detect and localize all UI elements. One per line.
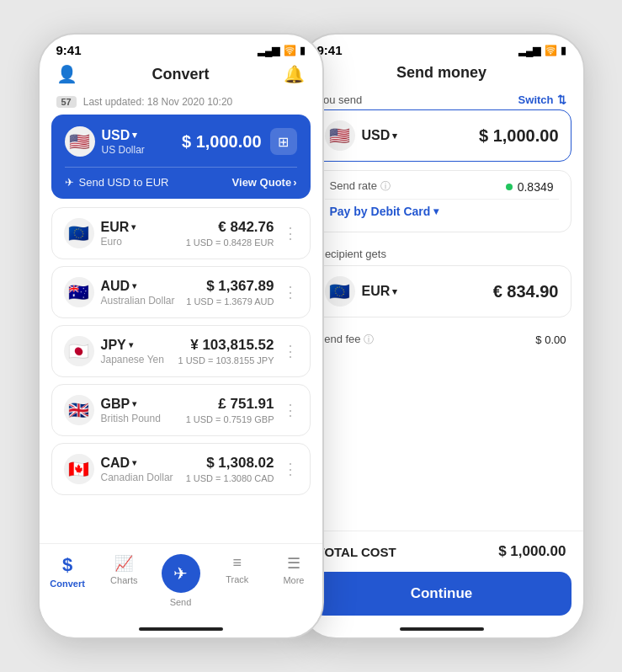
send-label[interactable]: ✈ Send USD to EUR bbox=[65, 176, 169, 189]
info-icon-fee: ⓘ bbox=[364, 333, 374, 345]
flag-usd-selected: 🇺🇸 bbox=[65, 126, 95, 157]
charts-nav-icon: 📈 bbox=[114, 554, 133, 573]
view-quote-button[interactable]: View Quote › bbox=[232, 176, 297, 189]
flag-eur-recipient: 🇪🇺 bbox=[325, 276, 355, 307]
list-item[interactable]: 🇨🇦 CAD ▾ Canadian Dollar $ 1,308.02 1 US… bbox=[51, 443, 311, 495]
nav-item-more[interactable]: ☰ More bbox=[265, 551, 322, 611]
status-icons-right: ▂▄▆ 🛜 ▮ bbox=[518, 45, 566, 56]
send-rate-row: Send rate ⓘ 0.8349 bbox=[313, 174, 571, 199]
code-jpy: JPY ▾ bbox=[101, 338, 164, 353]
you-send-label: You send bbox=[317, 93, 363, 106]
info-icon-rate: ⓘ bbox=[380, 180, 391, 192]
header-right: Send money bbox=[300, 61, 583, 90]
flag-eur: 🇪🇺 bbox=[64, 218, 94, 248]
total-cost-value: $ 1,000.00 bbox=[498, 543, 566, 560]
status-bar-left: 9:41 ▂▄▆ 🛜 ▮ bbox=[40, 35, 322, 61]
send-fee-value: $ 0.00 bbox=[535, 333, 566, 346]
track-nav-icon: ≡ bbox=[232, 554, 242, 572]
name-aud: Australian Dollar bbox=[101, 295, 175, 307]
wifi-icon-right: 🛜 bbox=[545, 45, 557, 56]
pay-by-label: Pay by Debit Card bbox=[330, 205, 431, 218]
rate-gbp: 1 USD = 0.7519 GBP bbox=[186, 414, 274, 424]
currency-name-selected: US Dollar bbox=[102, 144, 145, 156]
more-icon-eur[interactable]: ⋮ bbox=[283, 224, 298, 243]
page-title-left: Convert bbox=[152, 66, 209, 83]
name-eur: Euro bbox=[101, 236, 136, 248]
more-icon-cad[interactable]: ⋮ bbox=[283, 460, 298, 478]
list-item[interactable]: 🇬🇧 GBP ▾ British Pound £ 751.91 1 USD = … bbox=[51, 384, 311, 436]
send-nav-button[interactable]: ✈ bbox=[162, 554, 200, 593]
name-cad: Canadian Dollar bbox=[101, 472, 173, 483]
nav-label-charts: Charts bbox=[110, 575, 137, 585]
status-bar-right: 9:41 ▂▄▆ 🛜 ▮ bbox=[300, 35, 583, 61]
more-icon-gbp[interactable]: ⋮ bbox=[283, 401, 298, 419]
flag-usd-send: 🇺🇸 bbox=[325, 120, 355, 151]
send-plane-icon: ✈ bbox=[173, 563, 188, 584]
battery-icon: ▮ bbox=[300, 45, 306, 56]
home-indicator-left bbox=[139, 627, 223, 631]
nav-item-send[interactable]: ✈ Send bbox=[152, 551, 209, 611]
switch-arrows-icon: ⇅ bbox=[557, 93, 566, 106]
recipient-gets-label: Recipient gets bbox=[300, 241, 583, 265]
nav-item-convert[interactable]: $ Convert bbox=[40, 551, 96, 611]
send-rate-label: Send rate ⓘ bbox=[330, 179, 391, 194]
more-icon-aud[interactable]: ⋮ bbox=[283, 283, 298, 301]
wifi-icon: 🛜 bbox=[284, 45, 296, 56]
send-currency-code: USD ▾ bbox=[362, 128, 398, 143]
amount-jpy: ¥ 103,815.52 bbox=[178, 337, 274, 354]
more-nav-icon: ☰ bbox=[287, 554, 300, 573]
nav-label-convert: Convert bbox=[50, 579, 85, 589]
rate-cad: 1 USD = 1.3080 CAD bbox=[186, 473, 274, 483]
amount-eur: € 842.76 bbox=[186, 219, 274, 236]
recipient-currency-code: EUR ▾ bbox=[362, 284, 398, 299]
flag-aud: 🇦🇺 bbox=[64, 277, 94, 307]
signal-icon-right: ▂▄▆ bbox=[518, 45, 541, 56]
convert-nav-icon: $ bbox=[62, 554, 72, 576]
list-item[interactable]: 🇯🇵 JPY ▾ Japanese Yen ¥ 103,815.52 1 USD… bbox=[51, 325, 311, 377]
code-aud: AUD ▾ bbox=[101, 279, 175, 294]
calculator-icon[interactable]: ⊞ bbox=[270, 128, 297, 155]
nav-label-track: Track bbox=[226, 574, 248, 584]
left-phone: 9:41 ▂▄▆ 🛜 ▮ 👤 Convert 🔔 57 Last updated… bbox=[38, 33, 324, 639]
nav-item-track[interactable]: ≡ Track bbox=[209, 551, 265, 611]
more-icon-jpy[interactable]: ⋮ bbox=[283, 342, 298, 360]
rate-jpy: 1 USD = 103.8155 JPY bbox=[178, 355, 274, 365]
amount-cad: $ 1,308.02 bbox=[186, 455, 274, 472]
send-fee-label: Send fee ⓘ bbox=[317, 333, 375, 347]
battery-icon-right: ▮ bbox=[561, 45, 566, 56]
amount-aud: $ 1,367.89 bbox=[186, 278, 274, 295]
signal-icon: ▂▄▆ bbox=[258, 45, 280, 56]
amount-gbp: £ 751.91 bbox=[186, 396, 274, 413]
you-send-header: You send Switch ⇅ bbox=[300, 90, 583, 109]
currency-list: 🇪🇺 EUR ▾ Euro € 842.76 1 USD = 0.8428 EU… bbox=[40, 207, 322, 543]
status-icons-left: ▂▄▆ 🛜 ▮ bbox=[258, 45, 306, 56]
currency-amount-selected: $ 1,000.00 bbox=[182, 132, 262, 152]
switch-button[interactable]: Switch ⇅ bbox=[518, 93, 566, 106]
recipient-currency-card[interactable]: 🇪🇺 EUR ▾ € 834.90 bbox=[312, 265, 571, 317]
green-dot-icon bbox=[506, 184, 513, 190]
send-currency-card[interactable]: 🇺🇸 USD ▾ $ 1,000.00 bbox=[312, 109, 571, 162]
nav-label-send: Send bbox=[170, 597, 192, 607]
code-eur: EUR ▾ bbox=[101, 220, 136, 235]
update-text: Last updated: 18 Nov 2020 10:20 bbox=[83, 96, 232, 108]
right-phone: 9:41 ▂▄▆ 🛜 ▮ Send money You send Switch … bbox=[299, 33, 585, 639]
send-amount: $ 1,000.00 bbox=[479, 126, 559, 146]
total-cost-label: TOTAL COST bbox=[317, 545, 396, 559]
send-fee-row: Send fee ⓘ $ 0.00 bbox=[300, 326, 583, 354]
pay-by-row[interactable]: Pay by Debit Card ▾ bbox=[313, 200, 571, 228]
list-item[interactable]: 🇪🇺 EUR ▾ Euro € 842.76 1 USD = 0.8428 EU… bbox=[51, 207, 311, 259]
total-cost-bar: TOTAL COST $ 1,000.00 bbox=[300, 531, 583, 572]
continue-button[interactable]: Continue bbox=[312, 572, 571, 616]
right-content: You send Switch ⇅ 🇺🇸 USD ▾ $ 1,000.00 bbox=[300, 90, 583, 627]
flag-cad: 🇨🇦 bbox=[64, 454, 94, 484]
list-item[interactable]: 🇦🇺 AUD ▾ Australian Dollar $ 1,367.89 1 … bbox=[51, 266, 311, 318]
selected-currency-card[interactable]: 🇺🇸 USD ▾ US Dollar $ 1,000.00 ⊞ bbox=[51, 115, 311, 199]
profile-icon[interactable]: 👤 bbox=[56, 64, 77, 84]
send-rate-value: 0.8349 bbox=[518, 180, 554, 194]
bell-icon[interactable]: 🔔 bbox=[284, 64, 305, 84]
nav-item-charts[interactable]: 📈 Charts bbox=[96, 551, 152, 611]
time-left: 9:41 bbox=[56, 43, 82, 57]
update-badge: 57 bbox=[56, 96, 77, 108]
recipient-amount: € 834.90 bbox=[493, 282, 559, 301]
update-bar: 57 Last updated: 18 Nov 2020 10:20 bbox=[40, 93, 322, 115]
